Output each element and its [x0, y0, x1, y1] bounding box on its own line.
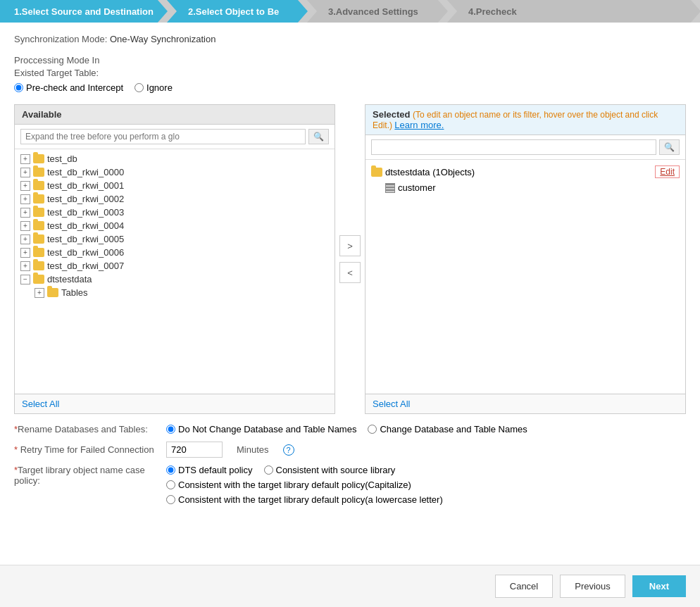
- tree-item-test_db_rkwi_0005[interactable]: +test_db_rkwi_0005: [15, 232, 335, 246]
- folder-icon-test_db_rkwi_0000: [33, 168, 44, 177]
- dts-default-radio[interactable]: [166, 465, 175, 475]
- previous-button[interactable]: Previous: [560, 575, 625, 598]
- no-change-option[interactable]: Do Not Change Database and Table Names: [166, 424, 356, 434]
- retry-row: * Retry Time for Failed Connection Minut…: [14, 442, 686, 458]
- tree-item-dtstestdata[interactable]: −dtstestdata: [15, 273, 335, 286]
- table-icon: [385, 183, 395, 193]
- tree-expander-tables[interactable]: +: [35, 288, 44, 298]
- dts-default-option[interactable]: DTS default policy: [166, 465, 253, 475]
- tree-item-test_db_rkwi_0001[interactable]: +test_db_rkwi_0001: [15, 179, 335, 192]
- change-option[interactable]: Change Database and Table Names: [368, 424, 527, 434]
- selected-db-label: dtstestdata (1Objects): [385, 167, 475, 177]
- folder-icon-test_db_rkwi_0002: [33, 194, 44, 204]
- capitalize-radio[interactable]: [166, 480, 175, 489]
- step-2[interactable]: 2.Select Object to Be: [167, 0, 308, 23]
- settings-section: *Rename Databases and Tables: Do Not Cha…: [14, 424, 686, 505]
- available-panel-footer: Select All: [15, 394, 335, 413]
- tree-expander-test_db[interactable]: +: [20, 154, 30, 164]
- processing-mode-options: Pre-check and Intercept Ignore: [14, 82, 686, 93]
- retry-input[interactable]: [166, 442, 223, 458]
- tree-label-test_db_rkwi_0001: test_db_rkwi_0001: [47, 180, 124, 191]
- tree-expander-test_db_rkwi_0003[interactable]: +: [20, 208, 30, 218]
- tree-label-test_db_rkwi_0003: test_db_rkwi_0003: [47, 207, 124, 218]
- selected-item-group-db: dtstestdata (1Objects)Edit: [365, 163, 685, 181]
- tree-expander-test_db_rkwi_0000[interactable]: +: [20, 168, 30, 177]
- tree-item-test_db_rkwi_0000[interactable]: +test_db_rkwi_0000: [15, 165, 335, 179]
- available-search-input[interactable]: [20, 129, 306, 144]
- edit-button[interactable]: Edit: [655, 165, 680, 178]
- selected-search-bar: 🔍: [365, 135, 685, 160]
- rename-label: *Rename Databases and Tables:: [14, 424, 155, 434]
- precheck-option[interactable]: Pre-check and Intercept: [14, 82, 123, 93]
- folder-icon-test_db_rkwi_0004: [33, 221, 44, 230]
- minutes-label: Minutes: [237, 444, 269, 455]
- folder-icon-test_db_rkwi_0007: [33, 261, 44, 270]
- next-button[interactable]: Next: [632, 575, 686, 597]
- tree-item-test_db[interactable]: +test_db: [15, 152, 335, 165]
- panel-container: Available 🔍 +test_db+test_db_rkwi_0000+t…: [14, 104, 686, 414]
- tree-label-test_db_rkwi_0005: test_db_rkwi_0005: [47, 234, 124, 244]
- available-panel-header: Available: [15, 105, 335, 125]
- tree-expander-test_db_rkwi_0001[interactable]: +: [20, 181, 30, 191]
- wizard-steps: 1.Select Source and Destination 2.Select…: [0, 0, 700, 23]
- consistent-source-radio[interactable]: [264, 465, 273, 475]
- tree-expander-test_db_rkwi_0002[interactable]: +: [20, 194, 30, 204]
- policy-label: *Target library object name casepolicy:: [14, 465, 155, 486]
- tree-label-test_db: test_db: [47, 154, 77, 164]
- available-panel: Available 🔍 +test_db+test_db_rkwi_0000+t…: [14, 104, 335, 414]
- change-radio[interactable]: [368, 425, 377, 434]
- no-change-radio[interactable]: [166, 425, 175, 434]
- processing-mode-section: Proccessing Mode In Existed Target Table…: [14, 54, 686, 93]
- tree-label-test_db_rkwi_0000: test_db_rkwi_0000: [47, 167, 124, 177]
- sync-mode-row: Synchronization Mode: One-Way Synchroniz…: [14, 34, 686, 44]
- move-right-button[interactable]: >: [339, 235, 361, 256]
- tree-item-test_db_rkwi_0006[interactable]: +test_db_rkwi_0006: [15, 246, 335, 259]
- available-select-all[interactable]: Select All: [22, 399, 59, 409]
- folder-icon-test_db: [33, 154, 44, 163]
- tree-item-test_db_rkwi_0004[interactable]: +test_db_rkwi_0004: [15, 219, 335, 232]
- tree-item-test_db_rkwi_0003[interactable]: +test_db_rkwi_0003: [15, 206, 335, 219]
- tree-item-tables[interactable]: +Tables: [15, 286, 335, 299]
- transfer-buttons: > <: [335, 104, 365, 414]
- selected-search-button[interactable]: 🔍: [659, 139, 680, 155]
- folder-icon-test_db_rkwi_0005: [33, 234, 44, 244]
- selected-select-all[interactable]: Select All: [373, 399, 410, 409]
- help-icon[interactable]: ?: [283, 444, 294, 456]
- tree-item-test_db_rkwi_0002[interactable]: +test_db_rkwi_0002: [15, 192, 335, 206]
- tree-expander-test_db_rkwi_0007[interactable]: +: [20, 261, 30, 271]
- footer: Cancel Previous Next: [0, 565, 700, 607]
- lowercase-radio[interactable]: [166, 495, 175, 504]
- selected-tree: dtstestdata (1Objects)Editcustomer: [365, 160, 685, 394]
- available-tree: +test_db+test_db_rkwi_0000+test_db_rkwi_…: [15, 149, 335, 394]
- tree-expander-test_db_rkwi_0005[interactable]: +: [20, 234, 30, 244]
- tree-label-test_db_rkwi_0004: test_db_rkwi_0004: [47, 220, 124, 231]
- move-left-button[interactable]: <: [339, 262, 361, 283]
- learn-more-link[interactable]: Learn more.: [394, 120, 444, 130]
- cancel-button[interactable]: Cancel: [495, 575, 553, 598]
- tree-expander-test_db_rkwi_0004[interactable]: +: [20, 221, 30, 231]
- tree-label-dtstestdata: dtstestdata: [47, 274, 92, 284]
- selected-panel-header: Selected (To edit an object name or its …: [365, 105, 685, 135]
- step-3[interactable]: 3.Advanced Settings: [307, 0, 448, 23]
- selected-search-input[interactable]: [371, 139, 656, 155]
- ignore-radio[interactable]: [135, 83, 144, 92]
- folder-icon-tables: [47, 288, 58, 297]
- tree-expander-dtstestdata[interactable]: −: [20, 275, 30, 284]
- step-1[interactable]: 1.Select Source and Destination: [0, 0, 168, 23]
- sync-mode-value: One-Way Synchronization: [110, 34, 216, 44]
- precheck-radio[interactable]: [14, 83, 23, 92]
- tree-item-test_db_rkwi_0007[interactable]: +test_db_rkwi_0007: [15, 259, 335, 273]
- sync-mode-label: Synchronization Mode:: [14, 34, 107, 44]
- consistent-source-option[interactable]: Consistent with source library: [264, 465, 396, 475]
- available-search-button[interactable]: 🔍: [308, 129, 329, 144]
- ignore-option[interactable]: Ignore: [135, 82, 173, 93]
- capitalize-option[interactable]: Consistent with the target library defau…: [166, 480, 443, 490]
- selected-table-row[interactable]: customer: [380, 181, 685, 194]
- selected-db-row: dtstestdata (1Objects)Edit: [371, 164, 680, 180]
- step-4[interactable]: 4.Precheck: [447, 0, 700, 23]
- tree-label-tables: Tables: [61, 287, 88, 298]
- tree-label-test_db_rkwi_0002: test_db_rkwi_0002: [47, 194, 124, 204]
- folder-icon-test_db_rkwi_0003: [33, 208, 44, 217]
- tree-expander-test_db_rkwi_0006[interactable]: +: [20, 248, 30, 258]
- lowercase-option[interactable]: Consistent with the target library defau…: [166, 494, 443, 505]
